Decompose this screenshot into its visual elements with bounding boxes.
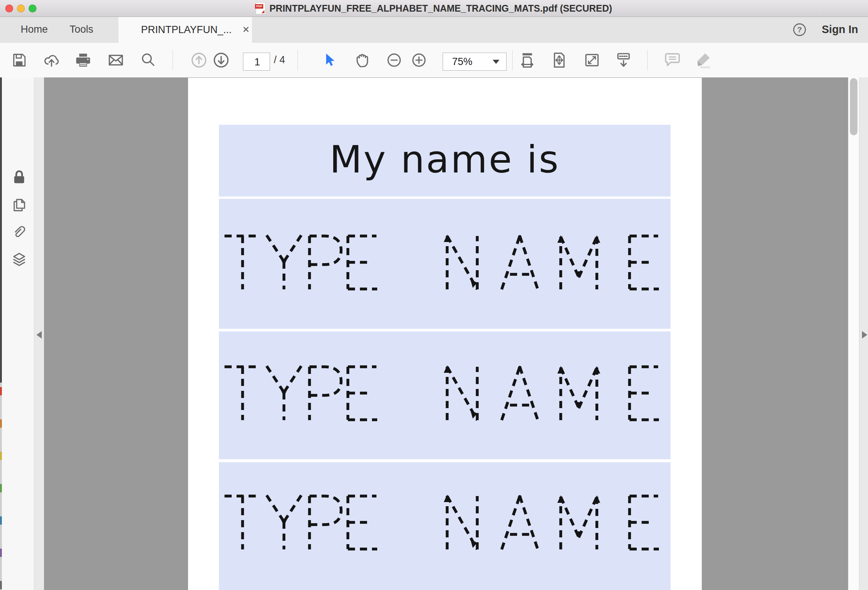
trace-text-row bbox=[224, 364, 659, 425]
tab-document[interactable]: PRINTPLAYFUN_... ✕ bbox=[118, 17, 252, 42]
fit-width-button[interactable] bbox=[516, 49, 538, 71]
attachments-icon bbox=[11, 223, 27, 239]
presentation-icon bbox=[615, 51, 632, 69]
page-number-input[interactable] bbox=[243, 53, 271, 71]
tab-document-label: PRINTPLAYFUN_... bbox=[141, 24, 232, 36]
worksheet-header-text: My name is bbox=[329, 138, 560, 182]
trace-line-box bbox=[219, 331, 671, 459]
window-title: PRINTPLAYFUN_FREE_ALPHABET_NAME_TRACING_… bbox=[269, 3, 612, 14]
fit-width-icon bbox=[519, 51, 536, 69]
next-page-icon bbox=[212, 51, 230, 69]
comment-button[interactable] bbox=[662, 49, 683, 71]
select-tool-button[interactable] bbox=[319, 49, 340, 71]
layers-icon bbox=[11, 252, 27, 268]
highlight-icon bbox=[694, 51, 712, 69]
page-thumbnails-button[interactable] bbox=[10, 195, 28, 213]
tab-tools[interactable]: Tools bbox=[70, 17, 93, 42]
chevron-down-icon bbox=[493, 60, 499, 64]
security-settings-button[interactable] bbox=[10, 168, 28, 186]
page-total-label: / 4 bbox=[274, 42, 285, 77]
pdf-file-icon: PDF bbox=[256, 2, 266, 14]
print-button[interactable] bbox=[72, 49, 94, 71]
save-button[interactable] bbox=[8, 49, 30, 71]
zoom-level-dropdown[interactable]: 75% bbox=[443, 53, 507, 71]
title-bar: PDF PRINTPLAYFUN_FREE_ALPHABET_NAME_TRAC… bbox=[0, 0, 868, 17]
help-icon: ? bbox=[792, 22, 807, 37]
hand-tool-button[interactable] bbox=[352, 49, 373, 71]
zoom-out-button[interactable] bbox=[383, 49, 405, 71]
comment-icon bbox=[663, 51, 681, 69]
vertical-scrollbar[interactable] bbox=[848, 77, 859, 590]
attachments-button[interactable] bbox=[10, 222, 28, 240]
trace-text-row bbox=[224, 233, 659, 294]
email-icon bbox=[107, 51, 124, 69]
window-title-group: PDF PRINTPLAYFUN_FREE_ALPHABET_NAME_TRAC… bbox=[256, 2, 612, 14]
navigation-pane bbox=[2, 77, 34, 590]
help-button[interactable]: ? bbox=[792, 17, 807, 42]
fit-page-button[interactable] bbox=[548, 49, 570, 71]
next-page-button[interactable] bbox=[210, 49, 232, 71]
previous-page-button[interactable] bbox=[188, 49, 210, 71]
search-button[interactable] bbox=[137, 49, 159, 71]
worksheet-name-header-box: My name is bbox=[219, 125, 671, 197]
page-number-box bbox=[243, 53, 270, 71]
previous-page-icon bbox=[190, 51, 208, 69]
fullscreen-button[interactable] bbox=[581, 49, 603, 71]
share-cloud-button[interactable] bbox=[41, 49, 62, 71]
acrobat-window: PDF PRINTPLAYFUN_FREE_ALPHABET_NAME_TRAC… bbox=[0, 0, 868, 590]
fullscreen-icon bbox=[583, 51, 601, 69]
tab-bar: Home Tools PRINTPLAYFUN_... ✕ ? Sign In bbox=[0, 17, 868, 42]
trace-line-box bbox=[219, 199, 671, 329]
close-tab-icon[interactable]: ✕ bbox=[242, 24, 250, 35]
sign-in-button[interactable]: Sign In bbox=[822, 17, 858, 42]
expand-pane-right-icon[interactable] bbox=[862, 331, 867, 339]
select-tool-icon bbox=[321, 52, 338, 68]
zoom-window-button[interactable] bbox=[29, 5, 36, 12]
cloud-upload-icon bbox=[43, 51, 60, 69]
search-icon bbox=[140, 51, 157, 69]
layers-button[interactable] bbox=[10, 251, 28, 269]
trace-text-row bbox=[224, 493, 659, 554]
page-thumbnails-icon bbox=[11, 196, 27, 212]
collapse-pane-left-icon[interactable] bbox=[36, 331, 42, 339]
close-window-button[interactable] bbox=[5, 5, 13, 12]
hand-tool-icon bbox=[354, 51, 371, 69]
email-button[interactable] bbox=[105, 49, 127, 71]
pdf-page: My name is bbox=[188, 78, 702, 590]
svg-text:?: ? bbox=[797, 25, 802, 34]
highlight-button[interactable] bbox=[692, 49, 714, 71]
tab-home[interactable]: Home bbox=[21, 17, 48, 42]
fit-page-icon bbox=[551, 51, 568, 69]
scrollbar-thumb[interactable] bbox=[850, 78, 857, 135]
minimize-window-button[interactable] bbox=[17, 5, 25, 12]
zoom-in-button[interactable] bbox=[408, 49, 430, 71]
main-toolbar: / 4 75% bbox=[0, 42, 868, 78]
zoom-in-icon bbox=[410, 51, 428, 69]
print-icon bbox=[74, 51, 92, 69]
presentation-mode-button[interactable] bbox=[613, 49, 634, 71]
save-icon bbox=[11, 52, 27, 68]
security-lock-icon bbox=[11, 169, 27, 186]
trace-line-box bbox=[219, 462, 671, 590]
traffic-lights bbox=[5, 0, 36, 17]
zoom-level-value: 75% bbox=[452, 56, 493, 68]
zoom-out-icon bbox=[385, 51, 403, 69]
